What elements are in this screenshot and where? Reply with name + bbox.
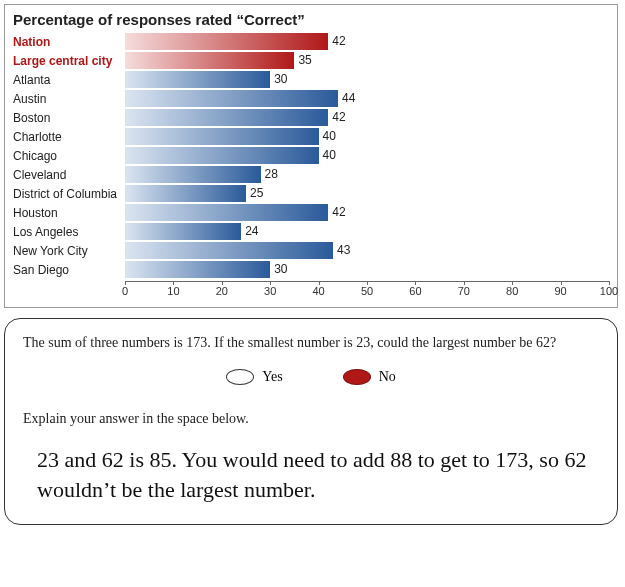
bar-track: 40 <box>125 146 609 165</box>
row-label: New York City <box>13 244 125 258</box>
bar <box>125 166 261 183</box>
row-label: Houston <box>13 206 125 220</box>
question-prompt: The sum of three numbers is 173. If the … <box>23 335 599 351</box>
bar <box>125 204 328 221</box>
bar-track: 40 <box>125 127 609 146</box>
bar <box>125 109 328 126</box>
table-row: Austin44 <box>13 89 609 108</box>
bar-track: 42 <box>125 203 609 222</box>
row-label: San Diego <box>13 263 125 277</box>
bar-value: 30 <box>270 260 287 279</box>
table-row: Atlanta30 <box>13 70 609 89</box>
choice-yes-label: Yes <box>262 369 282 385</box>
axis-tick-label: 10 <box>167 285 179 297</box>
bar-track: 44 <box>125 89 609 108</box>
table-row: Charlotte40 <box>13 127 609 146</box>
bar-value: 42 <box>328 108 345 127</box>
chart-container: Percentage of responses rated “Correct” … <box>4 4 618 308</box>
bar-track: 28 <box>125 165 609 184</box>
bar-value: 24 <box>241 222 258 241</box>
bar <box>125 223 241 240</box>
axis-tick-label: 20 <box>216 285 228 297</box>
bar-track: 42 <box>125 108 609 127</box>
table-row: New York City43 <box>13 241 609 260</box>
bar <box>125 261 270 278</box>
bar-track: 43 <box>125 241 609 260</box>
bar <box>125 52 294 69</box>
bar <box>125 71 270 88</box>
chart-rows: Nation42Large central city35Atlanta30Aus… <box>13 32 609 279</box>
bar <box>125 128 319 145</box>
axis-tick-label: 60 <box>409 285 421 297</box>
bar-track: 35 <box>125 51 609 70</box>
row-label: Nation <box>13 35 125 49</box>
row-label: Austin <box>13 92 125 106</box>
row-label: Chicago <box>13 149 125 163</box>
row-label: Charlotte <box>13 130 125 144</box>
bar-value: 30 <box>270 70 287 89</box>
bar-value: 35 <box>294 51 311 70</box>
row-label: Los Angeles <box>13 225 125 239</box>
bar <box>125 90 338 107</box>
bar <box>125 147 319 164</box>
bar-value: 44 <box>338 89 355 108</box>
row-label: Cleveland <box>13 168 125 182</box>
answer-choices: Yes No <box>23 369 599 385</box>
bar-value: 40 <box>319 127 336 146</box>
table-row: Cleveland28 <box>13 165 609 184</box>
x-axis: 0102030405060708090100 <box>13 281 609 301</box>
choice-no-label: No <box>379 369 396 385</box>
bar-value: 25 <box>246 184 263 203</box>
axis-tick-label: 70 <box>458 285 470 297</box>
axis-tick-label: 50 <box>361 285 373 297</box>
bar-track: 25 <box>125 184 609 203</box>
table-row: District of Columbia25 <box>13 184 609 203</box>
axis-tick-label: 80 <box>506 285 518 297</box>
bar <box>125 242 333 259</box>
bar <box>125 185 246 202</box>
bar-track: 30 <box>125 70 609 89</box>
table-row: Nation42 <box>13 32 609 51</box>
axis-tick-label: 100 <box>600 285 618 297</box>
bar-value: 42 <box>328 203 345 222</box>
bar-value: 43 <box>333 241 350 260</box>
row-label: Atlanta <box>13 73 125 87</box>
bar-track: 30 <box>125 260 609 279</box>
row-label: Large central city <box>13 54 125 68</box>
table-row: Los Angeles24 <box>13 222 609 241</box>
axis-tick-label: 0 <box>122 285 128 297</box>
handwritten-answer: 23 and 62 is 85. You would need to add 8… <box>23 445 599 510</box>
bar-track: 24 <box>125 222 609 241</box>
axis-tick-label: 40 <box>312 285 324 297</box>
row-label: District of Columbia <box>13 187 125 201</box>
chart-title: Percentage of responses rated “Correct” <box>5 5 617 32</box>
question-panel: The sum of three numbers is 173. If the … <box>4 318 618 525</box>
axis-tick-label: 90 <box>554 285 566 297</box>
table-row: Large central city35 <box>13 51 609 70</box>
table-row: San Diego30 <box>13 260 609 279</box>
bar-value: 28 <box>261 165 278 184</box>
bar-value: 42 <box>328 32 345 51</box>
chart-body: Nation42Large central city35Atlanta30Aus… <box>5 32 617 307</box>
table-row: Chicago40 <box>13 146 609 165</box>
bar-track: 42 <box>125 32 609 51</box>
row-label: Boston <box>13 111 125 125</box>
radio-oval-no[interactable] <box>343 369 371 385</box>
explain-prompt: Explain your answer in the space below. <box>23 411 599 427</box>
table-row: Boston42 <box>13 108 609 127</box>
axis-tick-label: 30 <box>264 285 276 297</box>
bar <box>125 33 328 50</box>
choice-yes[interactable]: Yes <box>226 369 282 385</box>
table-row: Houston42 <box>13 203 609 222</box>
radio-oval-yes[interactable] <box>226 369 254 385</box>
choice-no[interactable]: No <box>343 369 396 385</box>
bar-value: 40 <box>319 146 336 165</box>
